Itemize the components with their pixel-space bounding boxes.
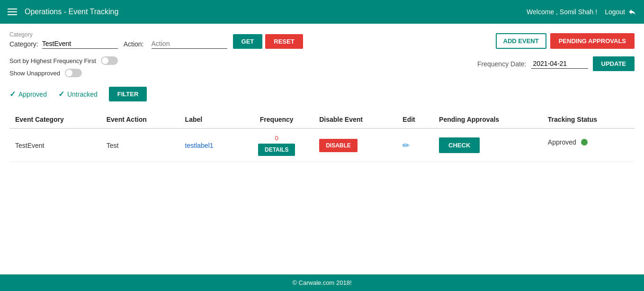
category-float-label: Category [9,31,118,38]
col-frequency: Frequency [240,111,313,128]
approved-checkmark: ✓ [9,90,16,99]
table-body: TestEvent Test testlabel1 0 DETAILS DISA… [9,128,635,162]
page-footer: © Carwale.com 2018! [0,274,644,291]
row-pending-approvals: CHECK [433,128,542,162]
logout-button[interactable]: Logout [605,8,636,16]
category-label: Category: [9,40,38,48]
approved-legend-label: Approved [18,91,47,98]
details-button[interactable]: DETAILS [258,144,295,156]
approved-legend: ✓ Approved [9,90,47,99]
events-table: Event Category Event Action Label Freque… [9,111,635,162]
app-header: Operations - Event Tracking Welcome , So… [0,0,644,24]
row-event-action: Test [101,128,179,162]
untracked-checkmark: ✓ [58,90,64,99]
row-label: testlabel1 [179,128,240,162]
col-label: Label [179,111,240,128]
untracked-legend: ✓ Untracked [58,90,98,99]
sort-toggle-row: Sort by Highest Frequency First [9,56,118,65]
col-disable-event: Disable Event [313,111,397,128]
frequency-date-label: Frequency Date: [477,60,527,68]
middle-section: Sort by Highest Frequency First Show Una… [9,56,635,85]
footer-text: © Carwale.com 2018! [292,279,351,286]
show-unapproved-toggle[interactable] [65,69,82,77]
header-left: Operations - Event Tracking [8,8,118,16]
app-title: Operations - Event Tracking [25,8,118,16]
update-button[interactable]: UPDATE [593,56,635,71]
col-tracking-status: Tracking Status [542,111,635,128]
col-event-category: Event Category [9,111,101,128]
edit-icon[interactable]: ✏ [402,141,410,150]
disable-button[interactable]: DISABLE [319,139,358,152]
get-reset-group: GET RESET [233,34,303,49]
get-button[interactable]: GET [233,34,263,49]
show-unapproved-toggle-row: Show Unapproved [9,69,118,77]
header-right: Welcome , Somil Shah ! Logout [527,8,636,16]
logout-icon [628,8,636,16]
tracking-status-dot [581,139,588,146]
row-tracking-status: Approved [542,129,635,152]
events-table-container: Event Category Event Action Label Freque… [9,111,635,162]
tracking-status-text: Approved [548,138,576,146]
frequency-date-input[interactable] [531,59,588,69]
toggle-section: Sort by Highest Frequency First Show Una… [9,56,118,77]
frequency-count: 0 [245,135,308,142]
category-inline: Category: [9,39,118,49]
untracked-legend-label: Untracked [67,91,98,98]
category-input[interactable] [42,39,118,49]
col-edit: Edit [397,111,433,128]
add-event-button[interactable]: ADD EVENT [496,33,546,49]
col-pending-approvals: Pending Approvals [433,111,542,128]
legend-filter-row: ✓ Approved ✓ Untracked FILTER [9,87,635,101]
pending-approvals-button[interactable]: PENDING APPROVALS [550,33,635,49]
category-field-group: Category Category: [9,31,118,49]
welcome-text: Welcome , Somil Shah ! [527,8,597,16]
frequency-date-row: Frequency Date: UPDATE [477,56,635,71]
top-controls-row: Category Category: Action: GET RESET ADD… [9,31,635,49]
label-link[interactable]: testlabel1 [185,142,214,149]
row-disable-event: DISABLE [313,128,397,162]
sort-toggle[interactable] [101,56,118,65]
show-unapproved-label: Show Unapproved [9,70,60,77]
hamburger-menu[interactable] [8,9,17,15]
table-header: Event Category Event Action Label Freque… [9,111,635,128]
check-button[interactable]: CHECK [439,137,480,153]
filter-button[interactable]: FILTER [109,87,147,101]
action-field-group: Action: [124,39,227,49]
action-input[interactable] [152,39,227,49]
col-event-action: Event Action [101,111,179,128]
table-header-row: Event Category Event Action Label Freque… [9,111,635,128]
main-content: Category Category: Action: GET RESET ADD… [0,24,644,274]
table-row: TestEvent Test testlabel1 0 DETAILS DISA… [9,128,635,162]
header-action-buttons: ADD EVENT PENDING APPROVALS [496,33,635,49]
action-label: Action: [124,40,144,48]
reset-button[interactable]: RESET [265,34,303,49]
row-edit: ✏ [397,128,433,162]
sort-toggle-label: Sort by Highest Frequency First [9,57,96,64]
row-event-category: TestEvent [9,128,101,162]
row-frequency-cell: 0 DETAILS [240,128,313,162]
